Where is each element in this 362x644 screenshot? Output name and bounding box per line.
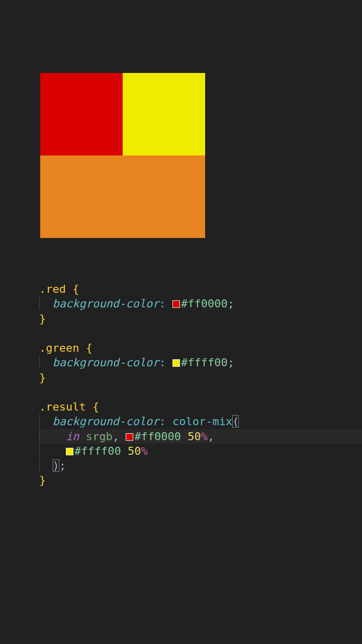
semicolon: ;	[59, 459, 66, 472]
code-line[interactable]: background-color: #ffff00;	[39, 355, 337, 370]
preview-panel	[40, 73, 205, 238]
swatch-result	[40, 155, 205, 238]
property: background-color	[53, 356, 159, 369]
preview-row-bottom	[40, 155, 205, 238]
indent-guide	[39, 458, 40, 471]
colorspace: srgb	[86, 430, 113, 443]
code-line[interactable]: .green {	[39, 341, 337, 355]
indent-guide	[39, 296, 40, 309]
brace-open: {	[86, 342, 93, 354]
property: background-color	[53, 415, 159, 428]
number: 50	[128, 445, 141, 457]
brace-open: {	[72, 283, 79, 295]
colon: :	[159, 356, 165, 369]
colon: :	[159, 415, 165, 428]
color-swatch-icon	[126, 433, 133, 441]
semicolon: ;	[228, 356, 234, 369]
code-line[interactable]: }	[39, 311, 337, 326]
comma: ,	[113, 430, 119, 443]
code-line[interactable]: #ffff00 50%	[39, 444, 337, 458]
color-swatch-icon	[172, 359, 180, 367]
code-line[interactable]: }	[39, 370, 337, 385]
blank-line[interactable]	[39, 326, 337, 341]
code-editor[interactable]: .red { background-color: #ff0000; } .gre…	[39, 282, 337, 488]
percent: %	[201, 430, 208, 443]
function-name: color-mix	[172, 415, 232, 428]
blank-line[interactable]	[39, 385, 337, 399]
hex-value: #ff0000	[134, 430, 181, 443]
code-line-active[interactable]: in srgb, #ff0000 50%,	[39, 429, 337, 444]
hex-value: #ff0000	[181, 297, 228, 310]
indent-guide	[39, 355, 40, 368]
semicolon: ;	[228, 297, 234, 310]
colon: :	[159, 297, 165, 310]
swatch-red	[40, 73, 123, 155]
code-line[interactable]: );	[39, 458, 337, 473]
code-line[interactable]: }	[39, 473, 337, 488]
paren-open: (	[232, 415, 239, 428]
preview-row-top	[40, 73, 205, 155]
indent-guide	[39, 429, 40, 442]
comma: ,	[208, 430, 214, 443]
indent-guide	[39, 414, 40, 427]
hex-value: #ffff00	[181, 356, 228, 369]
brace-close: }	[39, 474, 46, 487]
property: background-color	[53, 297, 159, 310]
color-swatch-icon	[172, 300, 180, 308]
brace-open: {	[93, 400, 99, 413]
brace-close: }	[39, 312, 46, 325]
code-line[interactable]: .result {	[39, 399, 337, 414]
selector: .green	[39, 342, 79, 354]
paren-close: )	[53, 459, 59, 472]
swatch-yellow	[123, 73, 205, 155]
code-line[interactable]: background-color: #ff0000;	[39, 296, 337, 311]
selector: .red	[39, 283, 66, 295]
selector: .result	[39, 400, 86, 413]
hex-value: #ffff00	[74, 445, 121, 457]
indent-guide	[39, 444, 40, 457]
code-line[interactable]: background-color: color-mix(	[39, 414, 337, 429]
keyword-in: in	[66, 430, 79, 443]
color-swatch-icon	[66, 448, 73, 455]
percent: %	[141, 445, 147, 457]
brace-close: }	[39, 371, 46, 384]
number: 50	[188, 430, 201, 443]
code-line[interactable]: .red {	[39, 282, 337, 296]
